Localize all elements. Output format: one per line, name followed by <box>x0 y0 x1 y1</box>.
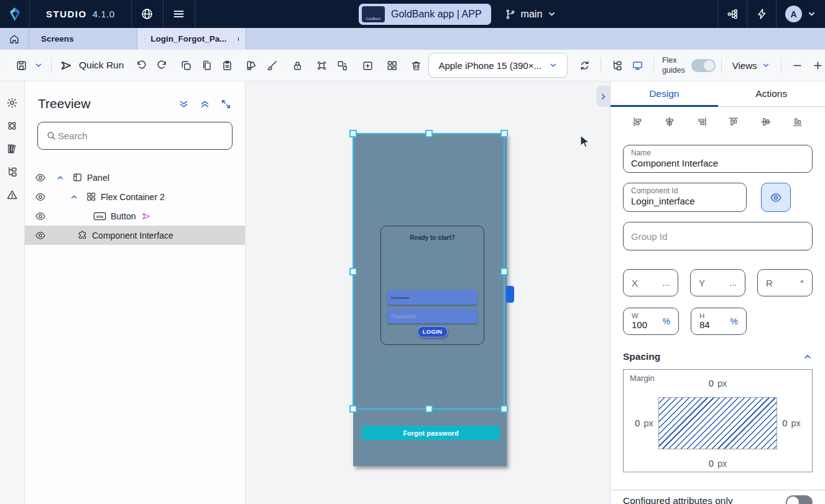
top-bar-center: GoldBank GoldBank app | APP main <box>359 0 556 28</box>
redo-button[interactable] <box>152 55 172 76</box>
preview-monitor-button[interactable] <box>627 55 648 76</box>
margin-bottom-value[interactable]: 0px <box>624 455 812 472</box>
inspector-body: Name Component Interface Component Id Lo… <box>611 136 825 485</box>
tree-hierarchy-icon[interactable] <box>6 166 18 178</box>
name-field[interactable]: Name Component Interface <box>623 145 813 173</box>
sync-button[interactable] <box>574 55 595 76</box>
collapse-chevron-icon[interactable] <box>56 173 65 182</box>
align-left-icon[interactable] <box>632 116 644 128</box>
save-options-button[interactable] <box>32 55 45 76</box>
main-menu-button[interactable] <box>164 0 195 28</box>
visibility-eye-icon[interactable] <box>35 230 46 241</box>
margin-right-value[interactable]: 0px <box>777 418 806 428</box>
product-title: STUDIO 4.1.0 <box>30 0 132 28</box>
y-position-field[interactable]: Y ... <box>690 269 745 296</box>
app-logo[interactable] <box>0 0 30 28</box>
branch-selector[interactable]: main <box>505 9 557 20</box>
forgot-password-button[interactable]: Forgot password <box>362 426 500 440</box>
flows-button[interactable] <box>717 0 747 28</box>
views-dropdown[interactable]: Views <box>732 60 770 71</box>
actions-bolt-button[interactable] <box>747 0 776 28</box>
align-bottom-icon[interactable] <box>791 116 804 128</box>
copy-icon <box>201 60 213 71</box>
duplicate-button[interactable] <box>176 55 196 76</box>
visibility-eye-icon[interactable] <box>35 191 46 203</box>
align-top-icon[interactable] <box>727 116 740 128</box>
styles-button[interactable] <box>241 55 262 76</box>
delete-button[interactable] <box>406 55 426 76</box>
spacing-section-header[interactable]: Spacing <box>623 351 813 362</box>
home-tab[interactable] <box>0 28 29 50</box>
tree-row-flex-container[interactable]: Flex Container 2 <box>25 187 245 206</box>
tab-actions[interactable]: Actions <box>718 81 825 106</box>
add-frame-button[interactable] <box>357 55 378 76</box>
copy-button[interactable] <box>196 55 217 76</box>
expand-all-icon[interactable] <box>200 99 210 109</box>
tree-row-panel[interactable]: Panel <box>25 168 245 187</box>
app-badge[interactable]: GoldBank GoldBank app | APP <box>359 4 491 25</box>
x-position-field[interactable]: X ... <box>623 269 678 296</box>
ungroup-icon <box>336 60 348 71</box>
zoom-in-button[interactable] <box>808 55 825 76</box>
visibility-eye-icon[interactable] <box>35 172 46 183</box>
username-field[interactable]: Username <box>387 290 477 305</box>
expand-panel-icon[interactable] <box>221 99 231 109</box>
paste-button[interactable] <box>217 55 237 76</box>
tab-login-forgot-page[interactable]: Login_Forgot_Pa... <box>137 28 246 50</box>
settings-gear-icon[interactable] <box>6 97 18 109</box>
login-button[interactable]: LOGIN <box>417 326 448 337</box>
configured-attributes-toggle[interactable] <box>786 495 813 504</box>
views-label: Views <box>732 60 757 71</box>
eye-icon <box>770 191 782 204</box>
margin-editor: Margin 0px 0px 0px 0px <box>623 369 813 472</box>
warning-triangle-icon[interactable] <box>6 189 18 201</box>
component-id-field[interactable]: Component Id Login_interface <box>623 183 747 212</box>
app-badge-label: GoldBank app | APP <box>391 9 482 20</box>
tree-search-input[interactable]: Search <box>37 122 233 150</box>
collapse-chevron-icon[interactable] <box>70 193 78 201</box>
treeview-toggle-button[interactable] <box>607 55 627 76</box>
undo-button[interactable] <box>131 55 152 76</box>
width-field[interactable]: W 100 % <box>623 308 679 335</box>
inspector-collapse-button[interactable] <box>596 86 610 107</box>
library-books-icon[interactable] <box>6 143 18 155</box>
rotation-field[interactable]: R ° <box>757 269 813 296</box>
user-menu[interactable]: A <box>776 0 825 28</box>
components-button[interactable] <box>382 55 402 76</box>
align-center-horizontal-icon[interactable] <box>663 116 676 128</box>
group-id-field[interactable]: Group Id <box>623 222 813 250</box>
save-button[interactable] <box>11 55 32 76</box>
component-id-row: Component Id Login_interface <box>623 183 813 212</box>
lock-icon <box>292 60 303 71</box>
component-id-value: Login_interface <box>631 196 739 206</box>
language-button[interactable] <box>132 0 164 28</box>
tab-design[interactable]: Design <box>611 81 718 106</box>
atom-icon[interactable] <box>6 120 18 132</box>
x-label: X <box>632 278 638 288</box>
margin-element-preview[interactable] <box>658 397 777 449</box>
align-center-vertical-icon[interactable] <box>760 116 772 128</box>
brush-button[interactable] <box>262 55 282 76</box>
visibility-eye-icon[interactable] <box>35 211 46 222</box>
zoom-out-button[interactable] <box>787 55 808 76</box>
login-card[interactable]: Ready to start? Username Password LOGIN <box>380 226 484 345</box>
phone-screen-mockup[interactable]: Ready to start? Username Password LOGIN … <box>353 134 507 466</box>
quick-run-button[interactable]: Quick Run <box>60 59 124 72</box>
password-field[interactable]: Password <box>387 309 477 323</box>
component-visibility-button[interactable] <box>761 183 791 212</box>
margin-left-value[interactable]: 0px <box>630 418 658 428</box>
tree-row-component-interface[interactable]: Component Interface <box>25 226 245 245</box>
tree-row-button[interactable]: BTN Button <box>25 206 245 226</box>
device-selector[interactable]: Apple iPhone 15 (390×... <box>428 53 568 78</box>
logo-icon <box>8 7 22 22</box>
flex-guides-toggle[interactable] <box>691 59 716 72</box>
height-field[interactable]: H 84 % <box>691 308 747 335</box>
tab-screens[interactable]: Screens <box>29 28 137 50</box>
collapse-all-icon[interactable] <box>178 99 189 109</box>
selection-drag-tab[interactable] <box>506 286 514 303</box>
align-right-icon[interactable] <box>696 116 708 128</box>
group-button[interactable] <box>311 55 332 76</box>
ungroup-button[interactable] <box>332 55 353 76</box>
lock-button[interactable] <box>287 55 308 76</box>
design-canvas[interactable]: Ready to start? Username Password LOGIN … <box>246 81 610 504</box>
